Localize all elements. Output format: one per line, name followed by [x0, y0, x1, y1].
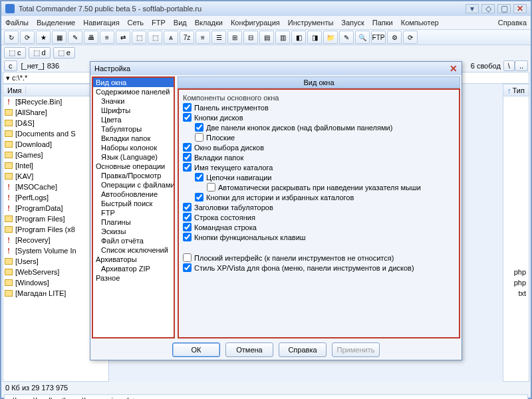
- tree-item[interactable]: Архиватор ZIP: [93, 264, 174, 273]
- toolbar-button[interactable]: ⬚: [148, 31, 162, 44]
- toolbar-button[interactable]: ⊟: [243, 31, 258, 44]
- tree-item[interactable]: Правка/Просмотр: [93, 171, 174, 180]
- tree-item[interactable]: Архиваторы: [93, 255, 174, 264]
- menu-item[interactable]: Вид: [174, 19, 187, 27]
- apply-button[interactable]: Применить: [332, 342, 380, 357]
- command-line[interactable]: z:\home\localhost\www\lessons-joomla>: [4, 394, 528, 399]
- checkbox-row[interactable]: Цепочки навигации: [195, 173, 455, 182]
- tree-item[interactable]: Разное: [93, 273, 174, 283]
- current-drive[interactable]: c: [4, 61, 17, 71]
- tree-item[interactable]: Цвета: [93, 115, 174, 124]
- close-button[interactable]: ✕: [513, 4, 527, 13]
- ok-button[interactable]: ОК: [172, 342, 220, 357]
- menu-item[interactable]: Файлы: [5, 19, 29, 27]
- checkbox[interactable]: [183, 213, 192, 221]
- menu-item[interactable]: FTP: [152, 19, 166, 27]
- checkbox-row[interactable]: Плоский интерфейс (к панели инструментов…: [183, 253, 455, 262]
- tree-item[interactable]: Эскизы: [93, 227, 174, 236]
- menu-item[interactable]: Выделение: [37, 19, 75, 27]
- toolbar-button[interactable]: ⟳: [20, 31, 35, 44]
- checkbox-row[interactable]: Командная строка: [183, 223, 455, 231]
- tree-item[interactable]: Операции с файлами: [93, 180, 174, 190]
- toolbar-button[interactable]: FTP: [371, 31, 386, 44]
- settings-tree[interactable]: Вид окнаСодержимое панелейЗначкиШрифтыЦв…: [92, 76, 175, 338]
- col-name[interactable]: Имя: [3, 86, 26, 94]
- tree-item[interactable]: Вкладки папок: [93, 134, 174, 143]
- drive-button[interactable]: ⬚ e: [53, 47, 75, 59]
- toolbar-button[interactable]: ≡: [196, 31, 210, 44]
- tree-item[interactable]: Основные операции: [93, 162, 174, 171]
- toolbar-button[interactable]: ▦: [52, 31, 66, 44]
- toolbar-button[interactable]: 🖶: [84, 31, 98, 44]
- toolbar-button[interactable]: ⬚: [132, 31, 146, 44]
- menu-help[interactable]: Справка: [498, 19, 527, 27]
- toolbar-button[interactable]: ≡: [100, 31, 114, 44]
- toolbar-button[interactable]: ⇄: [116, 31, 130, 44]
- tree-item[interactable]: Файл отчёта: [93, 236, 174, 245]
- checkbox[interactable]: [183, 163, 192, 172]
- menu-item[interactable]: Конфигурация: [231, 19, 280, 27]
- tree-item[interactable]: Язык (Language): [93, 152, 174, 162]
- tree-item[interactable]: Список исключений: [93, 245, 174, 255]
- toolbar-button[interactable]: 7z: [180, 31, 194, 44]
- toolbar-button[interactable]: 🔍: [355, 31, 370, 44]
- checkbox-row[interactable]: Две панели кнопок дисков (над файловыми …: [195, 123, 455, 132]
- minimize-button[interactable]: ▾: [466, 4, 479, 13]
- toolbar-button[interactable]: ⚙: [387, 31, 402, 44]
- menu-item[interactable]: Навигация: [83, 19, 119, 27]
- checkbox[interactable]: [183, 253, 192, 262]
- toolbar-button[interactable]: ★: [36, 31, 51, 44]
- up-button[interactable]: ..: [515, 61, 528, 71]
- checkbox[interactable]: [207, 183, 215, 192]
- checkbox-row[interactable]: Имя текущего каталога: [183, 163, 455, 172]
- tree-item[interactable]: Быстрый поиск: [93, 199, 174, 208]
- toolbar-button[interactable]: ⊞: [227, 31, 242, 44]
- toolbar-button[interactable]: ✎: [68, 31, 82, 44]
- dialog-close-button[interactable]: ✕: [450, 63, 458, 74]
- maximize-button[interactable]: ▢: [497, 4, 511, 13]
- checkbox-row[interactable]: Кнопки функциональных клавиш: [183, 233, 455, 241]
- tree-item[interactable]: Наборы колонок: [93, 143, 174, 152]
- toolbar-button[interactable]: ◨: [307, 31, 322, 44]
- checkbox[interactable]: [195, 193, 203, 201]
- checkbox-row[interactable]: Заголовки табуляторов: [183, 203, 455, 211]
- toolbar-button[interactable]: ▥: [275, 31, 290, 44]
- restore-button[interactable]: ◇: [481, 4, 495, 13]
- toolbar-button[interactable]: ◧: [291, 31, 306, 44]
- col-type[interactable]: ↑Тип: [503, 84, 529, 96]
- tree-item[interactable]: Плагины: [93, 217, 174, 227]
- toolbar-button[interactable]: ⟳: [403, 31, 418, 44]
- checkbox[interactable]: [183, 153, 192, 162]
- checkbox[interactable]: [195, 173, 203, 182]
- tree-item[interactable]: Шрифты: [93, 106, 174, 115]
- tree-item[interactable]: FTP: [93, 208, 174, 217]
- tree-item[interactable]: Содержимое панелей: [93, 87, 174, 96]
- drive-button[interactable]: ⬚ d: [29, 47, 51, 59]
- checkbox-row[interactable]: Плоские: [195, 133, 455, 142]
- menu-item[interactable]: Папки: [372, 19, 393, 27]
- toolbar-button[interactable]: ☰: [211, 31, 226, 44]
- toolbar-button[interactable]: ▤: [259, 31, 274, 44]
- help-button[interactable]: Справка: [279, 342, 327, 357]
- checkbox[interactable]: [183, 103, 192, 112]
- checkbox[interactable]: [195, 123, 203, 132]
- menu-item[interactable]: Сеть: [128, 19, 144, 27]
- menu-item[interactable]: Вкладки: [195, 19, 223, 27]
- checkbox[interactable]: [183, 113, 192, 122]
- checkbox-row[interactable]: Панель инструментов: [183, 103, 455, 112]
- checkbox-row[interactable]: Стиль XP/Vista для фона (меню, панели ин…: [183, 263, 455, 272]
- checkbox[interactable]: [183, 233, 192, 241]
- tree-item[interactable]: Табуляторы: [93, 124, 174, 134]
- cancel-button[interactable]: Отмена: [225, 342, 273, 357]
- tree-item[interactable]: Значки: [93, 96, 174, 106]
- tree-item[interactable]: Автообновление: [93, 190, 174, 199]
- checkbox-row[interactable]: Строка состояния: [183, 213, 455, 221]
- drive-button[interactable]: ⬚ c: [4, 47, 26, 59]
- checkbox-row[interactable]: Окно выбора дисков: [183, 143, 455, 152]
- tree-item[interactable]: Вид окна: [93, 78, 174, 87]
- checkbox-row[interactable]: Кнопки дисков: [183, 113, 455, 122]
- checkbox-row[interactable]: Автоматически раскрывать при наведении у…: [207, 183, 455, 192]
- menu-item[interactable]: Инструменты: [288, 19, 334, 27]
- toolbar-button[interactable]: ↻: [4, 31, 19, 44]
- menu-item[interactable]: Компьютер: [401, 19, 439, 27]
